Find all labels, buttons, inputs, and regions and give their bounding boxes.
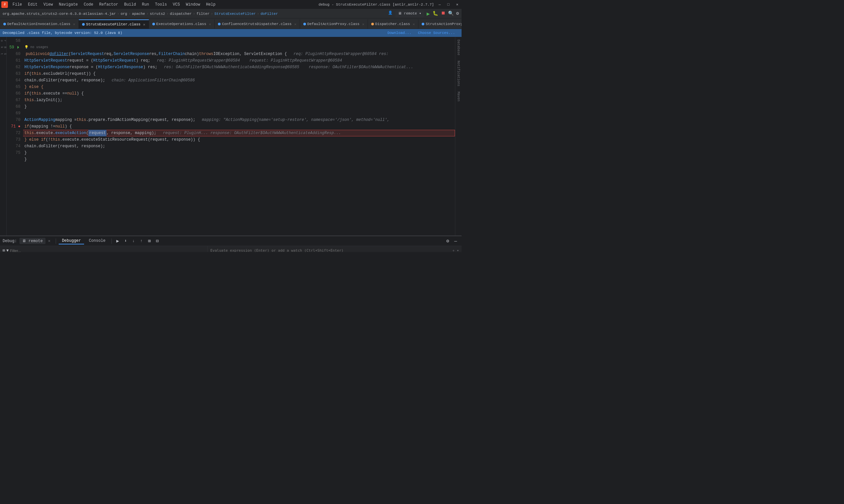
funnel-icon[interactable]: ▼ (6, 248, 8, 252)
code-line-62: if ( this .excludeUrl(request)) { (23, 71, 455, 77)
code-line-69: ActionMapping mapping = this .prepare.fi… (23, 116, 455, 123)
tab-dispatcher[interactable]: Dispatcher.class ✕ (368, 19, 418, 29)
evaluate-input[interactable] (210, 248, 449, 252)
menu-code[interactable]: Code (81, 2, 96, 7)
breadcrumb-jar[interactable]: org.apache.struts_struts2-core-6.3.0-atl… (3, 12, 116, 16)
tab-close-5[interactable]: ✕ (413, 22, 415, 26)
notifications-panel-label[interactable]: Notifications (456, 58, 461, 89)
step-out-btn[interactable]: ↑ (138, 238, 145, 245)
sidebar-structure-icon[interactable]: St (1, 51, 6, 57)
tab-execute-operations[interactable]: ExecuteOperations.class ✕ (149, 19, 214, 29)
tab-dot-6 (422, 23, 424, 25)
remote-selector[interactable]: 🖥 remote ▾ (395, 11, 424, 17)
add-watch-icon[interactable]: ＋ (452, 248, 455, 252)
editor-area: 58 59 ⏵ 60 61 62 63 64 65 66 67 68 69 70… (6, 37, 455, 236)
debug-tab-console[interactable]: Console (85, 238, 108, 245)
code-line-72: } else if (! this .execute.executeStatic… (23, 137, 455, 143)
code-line-59b: public void doFilter ( ServletRequest re… (23, 51, 455, 57)
tab-dot-3 (218, 23, 221, 25)
step-into-btn[interactable]: ↓ (130, 238, 137, 245)
code-line-63: chain.doFilter(request, response); chain… (23, 77, 455, 84)
tab-dot (3, 23, 6, 25)
download-button[interactable]: Download... (387, 31, 411, 35)
app-icon: J (1, 1, 8, 8)
tab-struts-execute-filter[interactable]: StrutsExecuteFilter.class ✕ (79, 19, 149, 29)
code-content[interactable]: 💡 no usages public void doFilter ( Servl… (23, 37, 455, 236)
menu-file[interactable]: File (10, 2, 25, 7)
code-line-74: } (23, 149, 455, 156)
menu-view[interactable]: View (41, 2, 56, 7)
window-close[interactable]: ✕ (454, 2, 460, 7)
code-line-58 (23, 38, 455, 44)
window-maximize[interactable]: □ (445, 2, 452, 7)
stop-button[interactable]: ⏹ (441, 11, 445, 17)
evaluate-btn[interactable]: ⊟ (154, 238, 160, 245)
menu-navigate[interactable]: Navigate (56, 2, 81, 7)
filter-icon[interactable]: ⊞ (3, 248, 5, 252)
breadcrumb: org.apache.struts_struts2-core-6.3.0-atl… (0, 9, 462, 18)
debug-run-button[interactable]: 🐛 (433, 11, 438, 17)
tab-struts-action-proxy[interactable]: StrutsActionProxy.class ✕ (418, 19, 462, 29)
tab-bar: DefaultActionInvocation.class ✕ StrutsEx… (0, 18, 462, 29)
code-line-66: this .lazyInit(); (23, 97, 455, 104)
debug-label: Debug: (3, 239, 17, 244)
right-sidebar: Database Notifications Maven (455, 37, 462, 236)
debug-close-tab[interactable]: ✕ (48, 238, 50, 244)
code-line-67: } (23, 104, 455, 110)
tab-default-action-invocation[interactable]: DefaultActionInvocation.class ✕ (0, 19, 79, 29)
resume-btn[interactable]: ▶ (115, 238, 121, 245)
menu-run[interactable]: Run (139, 2, 152, 7)
expand-vars-icon[interactable]: ▾ (457, 248, 459, 252)
separator (56, 238, 56, 244)
code-line-70: if (mapping != null ) { (23, 123, 455, 130)
menu-refactor[interactable]: Refactor (97, 2, 121, 7)
code-line-65: if ( this .execute == null ) { (23, 90, 455, 97)
code-line-59: 💡 no usages (23, 44, 455, 51)
settings-debug-btn[interactable]: ⚙ (444, 238, 451, 245)
tab-close-3[interactable]: ✕ (294, 22, 296, 26)
separator2 (111, 238, 112, 244)
breadcrumb-class[interactable]: StrutsExecuteFilter (214, 12, 256, 16)
menu-window[interactable]: Window (183, 2, 203, 7)
tab-confluence-struts-dispatcher[interactable]: ConfluenceStrutsDispatcher.class ✕ (214, 19, 300, 29)
step-over-btn[interactable]: ⬇ (122, 238, 129, 245)
close-debug-btn[interactable]: — (452, 238, 459, 245)
menu-build[interactable]: Build (121, 2, 138, 7)
profile-icon[interactable]: 👤 (388, 11, 393, 17)
tab-default-action-proxy[interactable]: DefaultActionProxy.class ✕ (300, 19, 368, 29)
breadcrumb-method[interactable]: doFilter (260, 12, 278, 16)
menu-bar: J File Edit View Navigate Code Refactor … (0, 0, 462, 9)
code-line-75: } (23, 156, 455, 163)
run-button[interactable]: ▶ (427, 11, 430, 17)
sidebar-project-icon[interactable]: Proj (1, 38, 6, 43)
variables-panel: ＋ ▾ ▶ ▪ this = {StrutsExecuteFilter@6058… (208, 246, 462, 252)
code-line-71: this . execute . executeAction ( request… (23, 130, 455, 137)
code-line-60: HttpServletRequest request = ( HttpServl… (23, 57, 455, 64)
code-line-73: chain.doFilter(request, response); (23, 143, 455, 149)
settings-button[interactable]: ⚙ (456, 11, 459, 17)
debug-panel: Debug: 🖥 remote ✕ Debugger Console ▶ ⬇ ↓… (0, 236, 462, 252)
remote-tab-label[interactable]: 🖥 remote (19, 238, 45, 244)
frame-filter-input[interactable] (10, 249, 205, 252)
search-everywhere[interactable]: 🔍 (448, 11, 454, 17)
menu-edit[interactable]: Edit (25, 2, 40, 7)
run-to-cursor-btn[interactable]: ⊞ (146, 238, 153, 245)
tab-close-1[interactable]: ✕ (143, 22, 145, 27)
sidebar-bookmark-icon[interactable]: Bk (1, 45, 6, 50)
frames-panel: ⊞ ▼ ✓ "http-nio-8090-exec-3 url: /json/s… (0, 246, 208, 252)
decompiled-info: Decompiled .class file, bytecode version… (3, 31, 122, 35)
database-panel-label[interactable]: Database (456, 37, 461, 58)
menu-vcs[interactable]: VCS (170, 2, 183, 7)
tab-close-2[interactable]: ✕ (209, 22, 211, 26)
choose-sources-button[interactable]: Choose Sources... (418, 31, 455, 35)
debug-toolbar: Debug: 🖥 remote ✕ Debugger Console ▶ ⬇ ↓… (0, 236, 462, 246)
menu-help[interactable]: Help (203, 2, 218, 7)
tab-close-0[interactable]: ✕ (73, 22, 75, 26)
menu-tools[interactable]: Tools (152, 2, 170, 7)
tab-close-4[interactable]: ✕ (362, 22, 364, 26)
maven-panel-label[interactable]: Maven (456, 89, 461, 104)
window-minimize[interactable]: — (436, 2, 443, 7)
debug-tab-debugger[interactable]: Debugger (59, 238, 84, 245)
info-bar: Decompiled .class file, bytecode version… (0, 29, 462, 37)
tab-dot-2 (152, 23, 155, 25)
